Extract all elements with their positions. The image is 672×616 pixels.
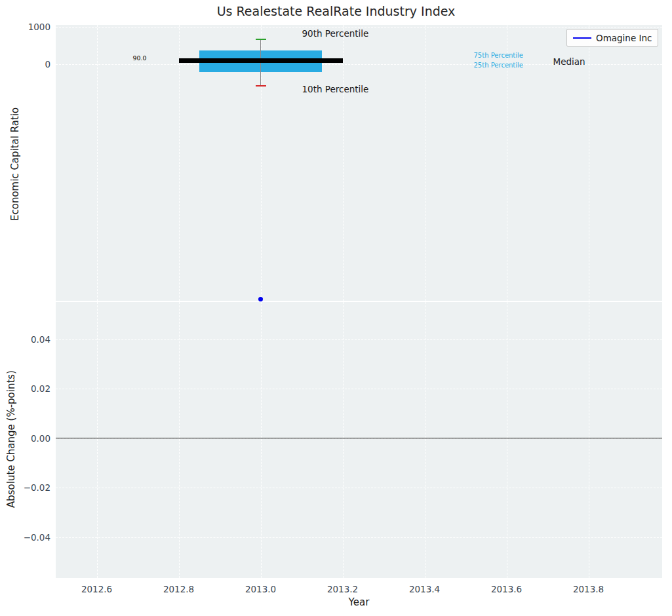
omagine-point	[258, 297, 263, 301]
x-tick-label: 2013.0	[238, 584, 284, 594]
annotation-90th-percentile: 90th Percentile	[302, 28, 369, 39]
top-y-axis-label: Economic Capital Ratio	[9, 107, 21, 221]
x-tick-label: 2012.6	[74, 584, 120, 594]
bottom-y-tick-label: 0.00	[12, 433, 50, 444]
legend-line-omagine	[573, 37, 591, 39]
bottom-y-tick-label: 0.02	[12, 383, 50, 394]
top-y-tick-label: 1000	[12, 22, 50, 32]
bottom-y-tick-label: −0.04	[12, 532, 50, 543]
gridline-x	[589, 25, 589, 301]
gridline-y	[56, 389, 662, 389]
x-axis-label: Year	[56, 596, 662, 608]
boxplot-10th-cap	[256, 85, 266, 87]
boxplot-median-line	[179, 58, 343, 63]
gridline-x	[425, 25, 425, 301]
legend: Omagine Inc	[566, 29, 658, 47]
annotation-median: Median	[553, 56, 585, 67]
legend-label-omagine: Omagine Inc	[596, 33, 652, 43]
gridline-y	[56, 339, 662, 340]
chart-title: Us Realestate RealRate Industry Index	[0, 4, 672, 18]
gridline-x	[97, 25, 98, 301]
bottom-y-axis-label: Absolute Change (%-points)	[5, 370, 17, 508]
gridline-x	[179, 25, 180, 301]
gridline-y	[56, 537, 662, 538]
x-tick-label: 2012.8	[156, 584, 202, 594]
x-tick-label: 2013.8	[566, 584, 612, 594]
figure: Us Realestate RealRate Industry Index Ec…	[0, 0, 672, 616]
annotation-10th-percentile: 10th Percentile	[302, 84, 369, 94]
annotation-75th-percentile: 75th Percentile	[474, 52, 524, 59]
top-y-tick-label: 0	[12, 59, 50, 69]
zero-line	[56, 438, 662, 439]
bottom-y-tick-label: 0.04	[12, 334, 50, 345]
bottom-y-tick-label: −0.02	[12, 482, 50, 493]
gridline-y	[56, 27, 662, 28]
x-tick-label: 2013.6	[484, 584, 530, 594]
boxplot-90th-cap	[256, 39, 266, 40]
x-tick-label: 2013.2	[320, 584, 366, 594]
gridline-x	[343, 25, 344, 301]
gridline-y	[56, 488, 662, 488]
annotation-25th-percentile: 25th Percentile	[474, 62, 524, 69]
annotation-median-value: 90.0	[133, 54, 147, 62]
x-tick-label: 2013.4	[402, 584, 448, 594]
